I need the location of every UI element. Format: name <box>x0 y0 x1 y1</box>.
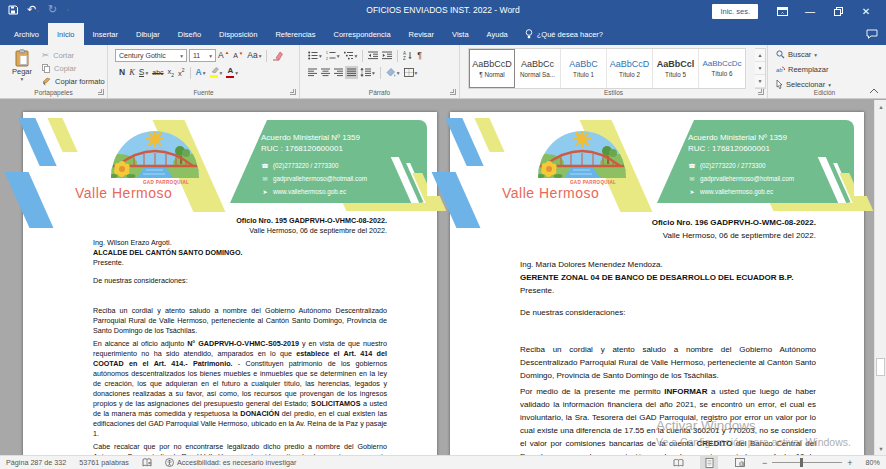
styles-dialog-launcher[interactable] <box>758 89 764 95</box>
tab-diseno[interactable]: Diseño <box>169 23 210 45</box>
web-layout-button[interactable] <box>731 456 749 469</box>
line-spacing-icon <box>360 68 371 77</box>
ribbon-display-options-icon[interactable] <box>768 0 796 23</box>
scroll-down-icon[interactable]: ▼ <box>875 442 886 455</box>
align-center-button[interactable] <box>319 66 332 79</box>
style-titulo6[interactable]: AaBbCcDcTítulo 6 <box>699 49 745 88</box>
recipient-name: Ing. Wilson Erazo Argoti. <box>93 238 387 248</box>
scissors-icon: ✂ <box>42 51 49 60</box>
numbered-list-icon: 12 <box>326 51 336 60</box>
multilevel-list-button[interactable]: ▾ <box>342 49 360 62</box>
proofing-icon[interactable] <box>142 458 152 467</box>
borders-button[interactable]: ▾ <box>402 66 420 79</box>
tab-referencias[interactable]: Referencias <box>266 23 324 45</box>
tab-revisar[interactable]: Revisar <box>400 23 443 45</box>
zoom-slider[interactable] <box>772 462 842 463</box>
font-size-select[interactable]: 11▾ <box>189 49 216 62</box>
document-page-2[interactable]: Acuerdo Ministerial Nº 1359 RUC : 176812… <box>450 112 864 455</box>
close-button[interactable]: ✕ <box>852 0 880 23</box>
change-case-button[interactable]: Aa▾ <box>245 49 263 62</box>
shrink-font-button[interactable]: A▼ <box>231 49 245 62</box>
justify-button[interactable] <box>345 66 358 79</box>
styles-more[interactable]: ▼ <box>755 75 765 88</box>
line-spacing-button[interactable]: ▾ <box>358 66 377 79</box>
paragraph-dialog-launcher[interactable] <box>450 89 456 95</box>
font-name-select[interactable]: Century Gothic▾ <box>115 49 187 62</box>
format-painter-button[interactable]: Copiar formato <box>40 75 107 88</box>
superscript-button[interactable]: x2 <box>176 66 187 79</box>
scrollbar-thumb[interactable] <box>876 358 885 376</box>
tab-inicio[interactable]: Inicio <box>48 23 84 45</box>
style-titulo2[interactable]: AaBbCcDTítulo 2 <box>607 49 653 88</box>
increase-indent-button[interactable] <box>380 49 394 62</box>
styles-scroll-up[interactable]: ▲ <box>755 49 765 62</box>
tab-disposicion[interactable]: Disposición <box>210 23 266 45</box>
zoom-level[interactable]: 80% <box>866 458 880 467</box>
zoom-in-button[interactable]: + <box>847 458 852 468</box>
valle-hermoso-logo: Valle Hermoso GAD PARROQUIAL <box>522 126 652 212</box>
scroll-up-icon[interactable]: ▲ <box>875 100 886 113</box>
paste-button[interactable]: Pegar ▾ <box>8 49 36 82</box>
bold-button[interactable]: N <box>117 66 127 79</box>
highlight-button[interactable]: ▾ <box>208 66 225 79</box>
grow-font-button[interactable]: A▲ <box>216 49 231 62</box>
style-normal-sa[interactable]: AaBbCcNormal Sa... <box>515 49 561 88</box>
numbering-button[interactable]: 12▾ <box>324 49 342 62</box>
copy-button[interactable]: Copiar <box>40 62 78 75</box>
tab-correspondencia[interactable]: Correspondencia <box>324 23 399 45</box>
greeting: De nuestras consideraciones: <box>93 276 387 286</box>
word-count[interactable]: 53761 palabras <box>79 458 129 467</box>
tab-ayuda[interactable]: Ayuda <box>478 23 517 45</box>
paragraph: En alcance al oficio adjunto N° GADPRVH-… <box>93 339 387 439</box>
present: Presente. <box>93 258 387 268</box>
present: Presente. <box>520 284 816 297</box>
tab-insertar[interactable]: Insertar <box>84 23 127 45</box>
print-layout-button[interactable] <box>700 456 718 469</box>
borders-icon <box>404 68 414 77</box>
ribbon: Pegar ▾ ✂ Cortar Copiar Copiar formato P… <box>0 45 886 99</box>
tab-dibujar[interactable]: Dibujar <box>127 23 169 45</box>
align-left-button[interactable] <box>306 66 319 79</box>
shading-button[interactable]: ▾ <box>384 66 402 79</box>
restore-button[interactable] <box>824 0 852 23</box>
accessibility-status[interactable]: Accesibilidad: es necesario investigar <box>165 458 296 467</box>
clipboard-dialog-launcher[interactable] <box>98 89 104 95</box>
style-normal[interactable]: AaBbCcD¶ Normal <box>469 49 515 88</box>
document-canvas[interactable]: Acuerdo Ministerial Nº 1359 RUC : 176812… <box>0 100 886 455</box>
font-color-button[interactable]: A▾ <box>224 66 240 79</box>
tell-me-box[interactable]: ¿Qué desea hacer? <box>517 23 611 45</box>
tab-archivo[interactable]: Archivo <box>5 23 48 45</box>
page-indicator[interactable]: Página 287 de 332 <box>6 458 66 467</box>
sign-in-button[interactable]: Inic. ses. <box>712 4 758 19</box>
strikethrough-button[interactable]: abc <box>150 66 165 79</box>
tab-vista[interactable]: Vista <box>443 23 478 45</box>
sort-button[interactable]: AZ <box>401 49 415 62</box>
bullets-button[interactable]: ▾ <box>306 49 324 62</box>
replace-button[interactable]: abReemplazar <box>776 65 828 74</box>
feedback-comment-icon[interactable] <box>866 29 878 39</box>
styles-scroll-down[interactable]: ▼ <box>755 62 765 75</box>
find-button[interactable]: Buscar▾ <box>776 50 817 59</box>
subscript-button[interactable]: x2 <box>166 66 177 79</box>
clear-formatting-button[interactable] <box>270 49 285 62</box>
shading-icon <box>386 68 396 77</box>
show-marks-button[interactable]: ¶ <box>415 49 424 62</box>
style-titulo1[interactable]: AaBbCTítulo 1 <box>561 49 607 88</box>
document-page-1[interactable]: Acuerdo Ministerial Nº 1359 RUC : 176812… <box>23 112 437 455</box>
font-dialog-launcher[interactable] <box>290 89 296 95</box>
minimize-button[interactable]: — <box>796 0 824 23</box>
select-button[interactable]: Seleccionar▾ <box>776 80 831 89</box>
decrease-indent-button[interactable] <box>366 49 380 62</box>
align-right-button[interactable] <box>332 66 345 79</box>
underline-button[interactable]: S▾ <box>137 66 150 79</box>
eraser-icon <box>272 51 283 61</box>
italic-button[interactable]: K <box>127 66 137 79</box>
text-effects-button[interactable]: A▾ <box>194 66 208 79</box>
vertical-scrollbar[interactable]: ▲ ▼ <box>874 100 886 455</box>
cut-button[interactable]: ✂ Cortar <box>40 49 76 62</box>
zoom-out-button[interactable]: − <box>762 458 767 468</box>
read-mode-button[interactable] <box>669 456 687 469</box>
collapse-ribbon-icon[interactable] <box>869 88 879 94</box>
phone-icon: ☎ <box>261 160 269 172</box>
style-titulo5[interactable]: AaBbCclTítulo 5 <box>653 49 699 88</box>
